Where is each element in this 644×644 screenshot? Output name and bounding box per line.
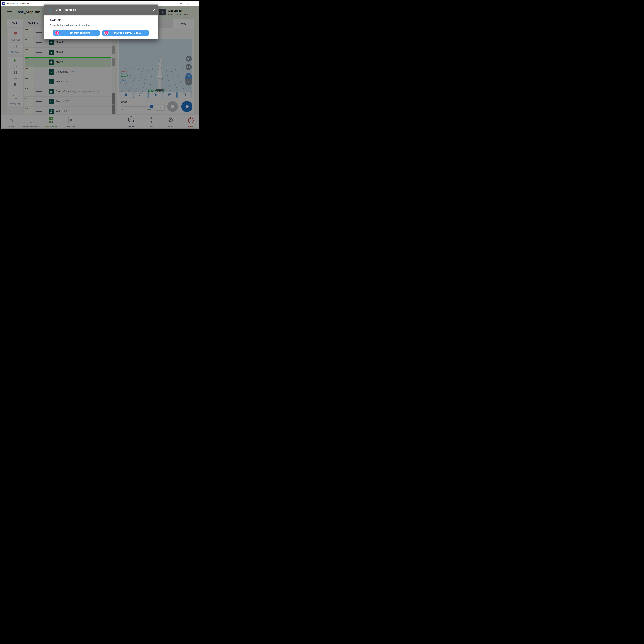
minimize-button[interactable] xyxy=(178,1,184,6)
badge-5: 5 xyxy=(55,31,59,35)
step-run-download-icon: ↓ xyxy=(49,7,53,12)
screenshot-frame: D DART-Platform GV02110200 × Task_StepRu… xyxy=(0,0,200,130)
dialog-title: Step Run Mode xyxy=(56,8,76,11)
step-run-mode-dialog: ↓ Step Run Mode × Step Run Select the li… xyxy=(44,5,158,39)
close-icon[interactable]: × xyxy=(152,7,157,12)
dialog-header: ↓ Step Run Mode × xyxy=(44,5,158,15)
badge-4: 4 xyxy=(104,31,109,35)
doosan-logo-icon: D xyxy=(2,2,5,5)
close-window-button[interactable]: × xyxy=(193,1,199,6)
maximize-button[interactable] xyxy=(185,1,191,6)
play-from-movej-button[interactable]: 4 Play from MoveJ (Line 007) xyxy=(102,30,149,36)
window-title: DART-Platform GV02110200 xyxy=(6,2,29,4)
dialog-heading: Step Run xyxy=(50,18,61,21)
dialog-description: Select the line which you want to start … xyxy=(50,24,91,26)
dart-platform-window: D DART-Platform GV02110200 × Task_StepRu… xyxy=(1,1,199,129)
dialog-body: Step Run Select the line which you want … xyxy=(44,15,158,39)
play-from-beginning-button[interactable]: 5 Play from beginning xyxy=(53,30,100,36)
